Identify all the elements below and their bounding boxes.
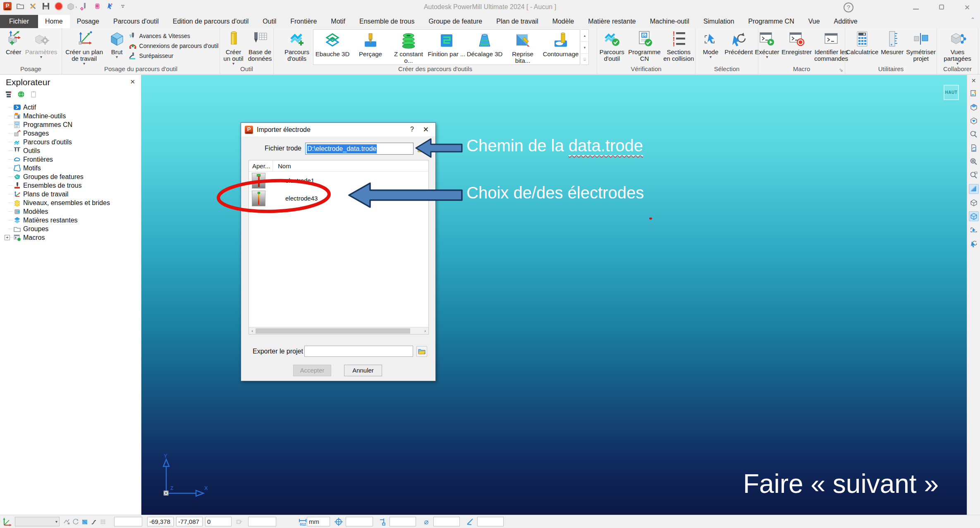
contournage-button[interactable]: Contournage <box>542 31 580 57</box>
horizontal-scrollbar[interactable]: ‹ › <box>249 327 428 334</box>
target-icon[interactable] <box>334 517 343 526</box>
tab-edition-parcours[interactable]: Edition de parcours d'outil <box>166 15 256 28</box>
dialog-titlebar[interactable]: P Importer électrode <box>241 123 435 136</box>
scroll-left-icon[interactable]: ‹ <box>249 328 256 333</box>
gallery-up-icon[interactable]: ▴ <box>581 30 588 41</box>
tree-item-groupes-features[interactable]: Groupes de features <box>0 172 141 181</box>
tab-programme-cn[interactable]: Programme CN <box>741 15 801 28</box>
column-preview[interactable]: Aper... <box>249 160 273 171</box>
close-icon[interactable]: ✕ <box>130 78 135 86</box>
vues-partagees-button[interactable]: Vues partagées ▾ <box>939 29 976 65</box>
tree-item-matieres-restantes[interactable]: Matières restantes <box>0 216 141 225</box>
creer-plan-travail-button[interactable]: Créer un plan de travail ▾ <box>63 29 105 65</box>
verif-parcours-button[interactable]: Parcours d'outil <box>597 29 627 62</box>
globe-icon[interactable] <box>17 91 25 100</box>
restore-button[interactable] <box>929 3 954 12</box>
connexions-parcours-button[interactable]: Connexions de parcours d'outil <box>129 42 219 50</box>
tree-item-frontieres[interactable]: Frontières <box>0 155 141 164</box>
list-item-electrode43[interactable]: electrode43 <box>249 189 428 207</box>
z-coordinate[interactable]: 0 <box>205 517 232 526</box>
surepaisseur-button[interactable]: Surépaisseur <box>129 52 219 60</box>
tab-ensemble-trous[interactable]: Ensemble de trous <box>352 15 421 28</box>
status-field-blank-3[interactable] <box>346 517 373 526</box>
brut-button[interactable]: Brut ▾ <box>106 29 128 59</box>
tree-item-parcours-outils[interactable]: Parcours d'outils <box>0 138 141 146</box>
tab-vue[interactable]: Vue <box>801 15 827 28</box>
dialog-close-button[interactable]: ✕ <box>423 125 429 134</box>
gallery-scroll[interactable]: ▴ ▾ ⍗ <box>581 29 589 65</box>
shaded-view-icon[interactable] <box>969 184 979 194</box>
tree-item-macros[interactable]: +Macros <box>0 233 141 242</box>
ebauche-3d-button[interactable]: Ebauche 3D <box>313 31 351 57</box>
status-field-blank-4[interactable] <box>390 517 416 526</box>
spin-icon[interactable] <box>71 517 80 526</box>
status-field-blank-6[interactable] <box>477 517 504 526</box>
tab-modele[interactable]: Modèle <box>545 15 581 28</box>
iso-view-icon[interactable] <box>969 102 979 112</box>
tree-view-icon[interactable] <box>5 91 12 100</box>
select-box-icon[interactable] <box>969 225 979 235</box>
scroll-right-icon[interactable]: › <box>422 328 428 333</box>
shade-icon[interactable] <box>80 517 89 526</box>
avances-vitesses-button[interactable]: Avances & Vitesses <box>129 32 219 40</box>
tab-groupe-feature[interactable]: Groupe de feature <box>421 15 489 28</box>
accept-button[interactable]: Accepter <box>293 365 331 376</box>
parcours-outils-button[interactable]: Parcours d'outils <box>282 29 312 62</box>
export-browse-icon[interactable] <box>416 346 427 357</box>
tab-machine-outil[interactable]: Machine-outil <box>643 15 696 28</box>
tab-motif[interactable]: Motif <box>324 15 352 28</box>
y-coordinate[interactable]: -77,087 <box>176 517 203 526</box>
verif-programme-cn-button[interactable]: G Programme CN <box>628 29 662 62</box>
minimize-button[interactable] <box>903 3 929 12</box>
wireframe-blue-icon[interactable] <box>969 211 979 221</box>
help-icon[interactable]: ? <box>844 2 853 12</box>
creer-outil-button[interactable]: Créer un outil ▾ <box>221 29 246 65</box>
wireframe-view-icon[interactable] <box>969 198 979 208</box>
tab-outil[interactable]: Outil <box>256 15 283 28</box>
column-name[interactable]: Nom <box>273 162 291 170</box>
tab-simulation[interactable]: Simulation <box>696 15 741 28</box>
symetriser-projet-button[interactable]: Symétriser projet <box>905 29 937 62</box>
tree-item-actif[interactable]: Actif <box>0 103 141 112</box>
ruler-icon[interactable]: 012 <box>298 517 307 526</box>
tree-item-posages[interactable]: Posages <box>0 129 141 138</box>
trode-file-input[interactable]: D:\electrode_data.trode <box>305 143 414 155</box>
reprise-bitangence-button[interactable]: Reprise bita... <box>504 31 542 64</box>
mode-selection-button[interactable]: Mode ▾ <box>699 29 722 59</box>
tree-item-niveaux[interactable]: Niveaux, ensembles et brides <box>0 198 141 207</box>
page-refresh-icon[interactable] <box>969 143 979 153</box>
export-project-input[interactable] <box>304 346 413 357</box>
cancel-button[interactable]: Annuler <box>344 365 382 376</box>
list-item-electrode1[interactable]: electrode1 <box>249 172 428 189</box>
tree-item-outils[interactable]: Outils <box>0 146 141 155</box>
creer-posage-button[interactable]: Créer <box>4 29 24 55</box>
tab-home[interactable]: Home <box>38 15 70 28</box>
zoom-grid-icon[interactable] <box>969 157 979 167</box>
calculatrice-button[interactable]: Calculatrice <box>845 29 879 55</box>
view-along-icon[interactable] <box>969 116 979 126</box>
tree-item-modeles[interactable]: Modèles <box>0 207 141 216</box>
tree-item-plans-travail[interactable]: Plans de travail <box>0 190 141 198</box>
z-constant-button[interactable]: Z constant o... <box>390 31 428 64</box>
expand-plus-icon[interactable]: + <box>5 235 10 240</box>
zoom-refresh-icon[interactable] <box>969 129 979 139</box>
enregistrer-macro-button[interactable]: Enregistrer <box>781 29 813 55</box>
gallery-down-icon[interactable]: ▾ <box>581 41 588 53</box>
parametres-posage-button[interactable]: Paramètres ▾ <box>24 29 58 59</box>
decalage-3d-button[interactable]: Décalage 3D <box>466 31 504 57</box>
tab-parcours-outil[interactable]: Parcours d'outil <box>106 15 166 28</box>
sections-collision-button[interactable]: !!! Sections en collision <box>662 29 695 62</box>
scroll-thumb[interactable] <box>256 328 410 334</box>
status-field-blank-1[interactable] <box>114 517 142 526</box>
base-donnees-button[interactable]: Base de données <box>247 29 273 62</box>
tab-frontiere[interactable]: Frontière <box>283 15 324 28</box>
tree-item-groupes[interactable]: Groupes <box>0 225 141 233</box>
tree-item-machine-outils[interactable]: Machine-outils <box>0 112 141 120</box>
status-field-blank-5[interactable] <box>433 517 460 526</box>
machine-view-icon[interactable] <box>969 88 979 98</box>
zoom-box-icon[interactable] <box>969 170 979 180</box>
tree-item-ensembles-trous[interactable]: Ensembles de trous <box>0 181 141 190</box>
chevron-up-icon[interactable]: ⌃ <box>970 17 975 23</box>
tab-matiere-restante[interactable]: Matière restante <box>581 15 643 28</box>
tab-posage[interactable]: Posage <box>70 15 106 28</box>
